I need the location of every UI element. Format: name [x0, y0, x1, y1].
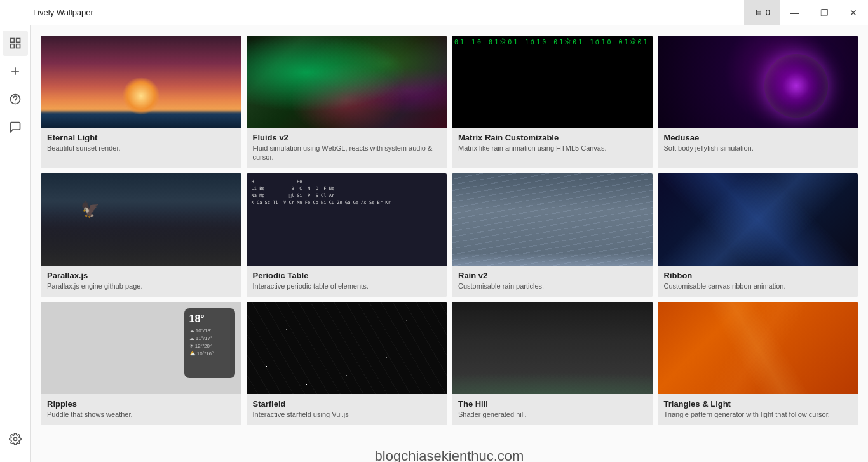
- wallpaper-card-eternal-light[interactable]: Eternal Light Beautiful sunset render.: [41, 36, 241, 168]
- wallpaper-name-medusae: Medusae: [664, 133, 852, 142]
- svg-rect-2: [10, 44, 14, 48]
- wallpaper-name-ripples: Ripples: [47, 399, 235, 409]
- wallpaper-card-ribbon[interactable]: Ribbon Customisable canvas ribbon animat…: [658, 173, 858, 297]
- wallpaper-info-rain: Rain v2 Customisable rain particles.: [452, 266, 653, 297]
- wallpaper-thumb-rain: [452, 173, 653, 266]
- wallpaper-card-ripples[interactable]: 18° ☁ 10°/18° ☁ 11°/17° ☀ 12°/20° ⛅ 10°/…: [41, 302, 241, 425]
- wallpaper-card-starfield[interactable]: Starfield Interactive starfield using Vu…: [247, 302, 447, 425]
- wallpaper-card-medusae[interactable]: Medusae Soft body jellyfish simulation.: [658, 36, 858, 168]
- titlebar-controls: 🖥 0 — ❐ ✕: [744, 0, 868, 25]
- wallpaper-thumb-parallax: [41, 173, 241, 266]
- wallpaper-name-ribbon: Ribbon: [664, 271, 852, 280]
- help-icon: [9, 93, 22, 105]
- app-body: Eternal Light Beautiful sunset render. F…: [0, 25, 868, 462]
- wallpaper-desc-starfield: Interactive starfield using Vui.js: [253, 410, 441, 419]
- wallpaper-name-eternal-light: Eternal Light: [47, 133, 235, 142]
- app-title: Lively Wallpaper: [33, 8, 93, 17]
- wallpaper-card-rain-v2[interactable]: Rain v2 Customisable rain particles.: [452, 173, 653, 297]
- wallpaper-card-triangles-light[interactable]: Triangles & Light Triangle pattern gener…: [658, 302, 858, 425]
- ripple-temperature: 18°: [189, 313, 230, 325]
- wallpaper-card-the-hill[interactable]: The Hill Shader generated hill.: [452, 302, 653, 425]
- wallpaper-thumb-starfield: [247, 302, 447, 394]
- sidebar-item-help[interactable]: [3, 86, 28, 112]
- grid-icon: [9, 37, 22, 50]
- wallpaper-info-medusae: Medusae Soft body jellyfish simulation.: [658, 128, 858, 159]
- wallpaper-thumb-eternal-light: [41, 36, 241, 128]
- close-button[interactable]: ✕: [839, 0, 868, 25]
- titlebar-left: Lively Wallpaper: [0, 8, 93, 17]
- wallpaper-thumb-fluids: [247, 36, 447, 128]
- minimize-button[interactable]: —: [780, 0, 810, 25]
- wallpaper-card-matrix-rain[interactable]: Matrix Rain Customizable Matrix like rai…: [452, 36, 653, 168]
- wallpaper-name-fluids: Fluids v2: [253, 133, 441, 142]
- wallpaper-desc-parallax: Parallax.js engine github page.: [47, 282, 235, 290]
- wallpaper-thumb-ribbon: [658, 173, 858, 266]
- wallpaper-info-parallax: Parallax.js Parallax.js engine github pa…: [41, 266, 241, 297]
- wallpaper-desc-periodic: Interactive periodic table of elements.: [253, 282, 441, 290]
- wallpaper-info-fluids: Fluids v2 Fluid simulation using WebGL, …: [247, 128, 447, 168]
- wallpaper-card-parallax[interactable]: Parallax.js Parallax.js engine github pa…: [41, 173, 241, 297]
- wallpaper-thumb-periodic: [247, 173, 447, 266]
- plus-icon: [9, 65, 22, 78]
- monitor-button[interactable]: 🖥 0: [744, 0, 780, 25]
- sidebar-bottom: [3, 426, 28, 457]
- titlebar: Lively Wallpaper 🖥 0 — ❐ ✕: [0, 0, 868, 25]
- svg-rect-3: [16, 44, 20, 48]
- wallpaper-grid: Eternal Light Beautiful sunset render. F…: [41, 36, 858, 425]
- wallpaper-desc-ripples: Puddle that shows weather.: [47, 410, 235, 419]
- wallpaper-name-matrix: Matrix Rain Customizable: [458, 133, 646, 142]
- wallpaper-thumb-medusae: [658, 36, 858, 128]
- wallpaper-name-starfield: Starfield: [253, 399, 441, 409]
- wallpaper-card-periodic-table[interactable]: Periodic Table Interactive periodic tabl…: [247, 173, 447, 297]
- wallpaper-thumb-ripples: 18° ☁ 10°/18° ☁ 11°/17° ☀ 12°/20° ⛅ 10°/…: [41, 302, 241, 394]
- watermark-text: blogchiasekienthuc.com: [41, 435, 858, 462]
- sidebar-top: [3, 31, 28, 426]
- svg-point-7: [15, 102, 15, 102]
- wallpaper-info-hill: The Hill Shader generated hill.: [452, 394, 653, 425]
- wallpaper-desc-medusae: Soft body jellyfish simulation.: [664, 144, 852, 153]
- wallpaper-desc-fluids: Fluid simulation using WebGL, reacts wit…: [253, 144, 441, 162]
- wallpaper-name-triangles: Triangles & Light: [664, 399, 852, 409]
- wallpaper-thumb-triangles: [658, 302, 858, 394]
- monitor-count: 0: [766, 8, 770, 17]
- maximize-button[interactable]: ❐: [810, 0, 839, 25]
- sidebar-item-add[interactable]: [3, 58, 28, 84]
- wallpaper-desc-eternal-light: Beautiful sunset render.: [47, 144, 235, 153]
- wallpaper-desc-matrix: Matrix like rain animation using HTML5 C…: [458, 144, 646, 153]
- wallpaper-name-periodic: Periodic Table: [253, 271, 441, 280]
- wallpaper-thumb-hill: [452, 302, 653, 394]
- wallpaper-info-starfield: Starfield Interactive starfield using Vu…: [247, 394, 447, 425]
- content-area[interactable]: Eternal Light Beautiful sunset render. F…: [31, 25, 868, 462]
- wallpaper-name-parallax: Parallax.js: [47, 271, 235, 280]
- wallpaper-card-fluids-v2[interactable]: Fluids v2 Fluid simulation using WebGL, …: [247, 36, 447, 168]
- svg-rect-0: [10, 39, 14, 43]
- wallpaper-name-hill: The Hill: [458, 399, 646, 409]
- sidebar-item-message[interactable]: [3, 114, 28, 140]
- wallpaper-info-matrix: Matrix Rain Customizable Matrix like rai…: [452, 128, 653, 159]
- wallpaper-desc-triangles: Triangle pattern generator with light th…: [664, 410, 852, 419]
- wallpaper-info-ripples: Ripples Puddle that shows weather.: [41, 394, 241, 425]
- wallpaper-info-ribbon: Ribbon Customisable canvas ribbon animat…: [658, 266, 858, 297]
- monitor-icon: 🖥: [754, 8, 763, 17]
- wallpaper-desc-ribbon: Customisable canvas ribbon animation.: [664, 282, 852, 290]
- sidebar-item-settings[interactable]: [3, 426, 28, 452]
- wallpaper-thumb-matrix: [452, 36, 653, 128]
- svg-rect-1: [16, 39, 20, 43]
- wallpaper-desc-rain: Customisable rain particles.: [458, 282, 646, 290]
- wallpaper-info-triangles: Triangles & Light Triangle pattern gener…: [658, 394, 858, 425]
- wallpaper-name-rain: Rain v2: [458, 271, 646, 280]
- message-icon: [9, 121, 22, 133]
- sidebar: [0, 25, 31, 462]
- wallpaper-info-periodic: Periodic Table Interactive periodic tabl…: [247, 266, 447, 297]
- ripple-weather-widget: 18° ☁ 10°/18° ☁ 11°/17° ☀ 12°/20° ⛅ 10°/…: [184, 308, 235, 378]
- wallpaper-desc-hill: Shader generated hill.: [458, 410, 646, 419]
- svg-point-8: [13, 438, 17, 441]
- settings-icon: [9, 433, 22, 445]
- ripple-weather-info: ☁ 10°/18° ☁ 11°/17° ☀ 12°/20° ⛅ 10°/16°: [189, 327, 230, 358]
- sidebar-item-library[interactable]: [3, 31, 28, 56]
- wallpaper-info-eternal-light: Eternal Light Beautiful sunset render.: [41, 128, 241, 159]
